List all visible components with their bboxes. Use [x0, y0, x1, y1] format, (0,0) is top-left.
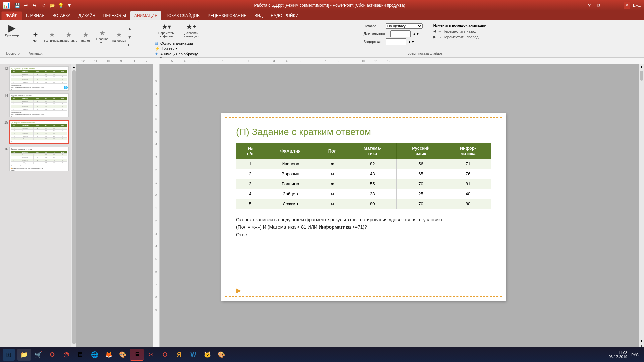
taskbar-firefox[interactable]: 🦊 [102, 349, 115, 361]
anim-fly-btn[interactable]: ★ Вылет [77, 30, 94, 43]
anim-float-btn[interactable]: ★ Плавное п... [94, 28, 110, 45]
anim-sample-row[interactable]: ★ Анимация по образцу [155, 52, 198, 56]
effect-options-btn[interactable]: ★▾ Параметры эффектов [155, 22, 178, 39]
taskbar-github[interactable]: 🐱 [201, 349, 214, 361]
anim-scroll-up[interactable]: ▲ [128, 26, 132, 31]
scroll-thumb[interactable] [72, 70, 76, 344]
play-btn[interactable]: ▶ [236, 286, 241, 294]
slide-canvas[interactable]: (П) Задание с кратким ответом №п/п Фамил… [221, 113, 506, 301]
cell-5-gender: м [317, 199, 348, 209]
taskbar-mail[interactable]: @ [60, 349, 73, 361]
canvas-scroll-thumb[interactable] [640, 71, 643, 81]
tab-addins[interactable]: НАДСТРОЙКИ [267, 11, 302, 20]
slide-img-13[interactable]: (П) Задание с кратким ответом №ФамилияПо… [9, 66, 69, 90]
taskbar-clock[interactable]: 11:08 03.12.2019 [609, 351, 627, 359]
slide-num-15: 15 [2, 120, 8, 124]
duration-row: Длительность: ▲▼ [364, 30, 423, 37]
taskbar-opera[interactable]: O [46, 349, 59, 361]
start-btn[interactable]: ⊞ [3, 349, 15, 361]
canvas-scrollbar[interactable]: ▲ ▼ ⋮ [639, 64, 644, 350]
start-select[interactable]: По щелчку [386, 23, 423, 29]
undo-quick-btn[interactable]: ↩ [22, 2, 30, 9]
restore-btn[interactable]: ⧉ [595, 2, 602, 9]
redo-quick-btn[interactable]: ↪ [31, 2, 38, 9]
open-quick-btn[interactable]: 📂 [48, 2, 56, 9]
delay-arrows[interactable]: ▲▼ [408, 40, 415, 44]
taskbar-paint2[interactable]: 🎨 [215, 349, 228, 361]
slide-panel-scrollbar[interactable]: ▲ ▼ [71, 64, 76, 350]
tab-home[interactable]: ГЛАВНАЯ [22, 11, 49, 20]
sign-in-btn[interactable]: Вход [633, 3, 641, 7]
tab-animation[interactable]: АНИМАЦИЯ [130, 11, 161, 20]
add-animation-btn[interactable]: ★+ Добавить анимацию [179, 22, 203, 39]
canvas-scroll-down[interactable]: ▼ [639, 338, 644, 343]
slide-img-14[interactable]: Задание с кратким ответом №ФамилияПолМат… [9, 93, 69, 117]
minimize-btn[interactable]: — [605, 2, 611, 9]
cell-1-math: 82 [348, 159, 396, 169]
slide-thumb-15[interactable]: 15 (П) Задание с кратким ответом №Фамили… [1, 119, 69, 145]
slide-thumb-16[interactable]: 16 Задание с кратким ответом №ФамилияПол… [1, 146, 69, 172]
slide-panel: 13 (П) Задание с кратким ответом №Фамили… [0, 64, 71, 350]
tab-view[interactable]: ВИД [250, 11, 267, 20]
tab-slideshow[interactable]: ПОКАЗ СЛАЙДОВ [161, 11, 204, 20]
canvas-area[interactable]: 9 8 7 6 5 4 3 2 1 0 1 2 3 4 5 6 7 8 9 (П [76, 64, 644, 350]
cell-1-num: 1 [236, 159, 264, 169]
scroll-up-btn[interactable]: ▲ [72, 65, 76, 69]
col-header-surname: Фамилия [264, 143, 317, 159]
close-btn[interactable]: ✕ [624, 2, 630, 9]
anim-more[interactable]: ▾ [128, 43, 132, 47]
taskbar-powerpoint[interactable]: 🖥 [130, 349, 144, 361]
anim-none-btn[interactable]: ✦ Нет [27, 30, 43, 43]
help-btn[interactable]: ? [586, 2, 593, 9]
tab-file[interactable]: ФАЙЛ [1, 11, 22, 20]
taskbar-paint[interactable]: 🎨 [116, 349, 129, 361]
save-quick-btn[interactable]: 💾 [13, 2, 21, 9]
delay-row: Задержка: ▲▼ [364, 38, 423, 45]
quick-access-toolbar: 📊 💾 ↩ ↪ 🖨 📂 💡 ▼ [3, 2, 73, 9]
slide-thumb-13[interactable]: 13 (П) Задание с кратким ответом №Фамили… [1, 66, 69, 91]
ribbon-section-animation: ✦ Нет ★ Возникнов... ★ Выцветание ★ Выле… [24, 21, 152, 56]
maximize-btn[interactable]: □ [614, 2, 621, 9]
ribbon-body: ▶ Просмотр Просмотр ✦ Нет ★ Возникнов...… [0, 20, 644, 58]
idea-quick-btn[interactable]: 💡 [57, 2, 64, 9]
taskbar-amazon[interactable]: 🛒 [32, 349, 45, 361]
slide-img-15[interactable]: (П) Задание с кратким ответом №ФамилияПо… [9, 120, 69, 144]
taskbar-calc[interactable]: 🖩 [74, 349, 87, 361]
area-animation-row[interactable]: ▦ Область анимации [155, 41, 198, 46]
title-bar: 📊 💾 ↩ ↪ 🖨 📂 💡 ▼ Работа с БД.ppt [Режим с… [0, 0, 644, 11]
taskbar-lang[interactable]: РУС [631, 353, 639, 357]
anim-pan-btn[interactable]: ★ Панорама [111, 30, 127, 43]
tab-review[interactable]: РЕЦЕНЗИРОВАНИЕ [204, 11, 250, 20]
duration-input[interactable] [390, 30, 411, 37]
cell-3-name: Роднина [264, 179, 317, 189]
taskbar-opera2[interactable]: O [158, 349, 172, 361]
taskbar-word[interactable]: W [186, 349, 200, 361]
preview-btn[interactable]: ▶ Просмотр [3, 22, 21, 39]
tab-insert[interactable]: ВСТАВКА [49, 11, 75, 20]
tab-transitions[interactable]: ПЕРЕХОДЫ [99, 11, 130, 20]
anim-fly-icon: ★ [83, 31, 89, 39]
move-fwd-btn[interactable]: ▶ → Переместить вперед [433, 35, 487, 39]
taskbar-mail2[interactable]: ✉ [144, 349, 158, 361]
anim-scroll-down[interactable]: ▼ [128, 35, 132, 40]
delay-input[interactable] [386, 38, 406, 45]
anim-appear-label: Возникнов... [43, 39, 60, 43]
taskbar-chrome[interactable]: 🌐 [88, 349, 101, 361]
print-quick-btn[interactable]: 🖨 [40, 2, 47, 9]
taskbar-yandex[interactable]: Я [172, 349, 186, 361]
more-quick-btn[interactable]: ▼ [66, 2, 73, 9]
canvas-scroll-up[interactable]: ▲ [639, 64, 644, 69]
move-back-btn[interactable]: ◀ ← Переместить назад [433, 29, 487, 33]
slide-title: (П) Задание с кратким ответом [236, 127, 491, 137]
anim-fade-btn[interactable]: ★ Выцветание [61, 30, 77, 43]
anim-appear-btn[interactable]: ★ Возникнов... [44, 30, 60, 43]
cell-4-cs: 40 [445, 189, 491, 199]
taskbar-explorer[interactable]: 📁 [17, 349, 31, 361]
tab-design[interactable]: ДИЗАЙН [75, 11, 99, 20]
trigger-row[interactable]: ⚡ Триггер ▾ [155, 46, 198, 51]
slide-img-16[interactable]: Задание с кратким ответом №ФамилияПолМат… [9, 147, 69, 171]
duration-arrows[interactable]: ▲▼ [413, 32, 419, 36]
slide-thumb-14[interactable]: 14 Задание с кратким ответом №ФамилияПол… [1, 93, 69, 118]
trigger-icon: ⚡ [155, 46, 160, 51]
move-fwd-label: → Переместить вперед [438, 35, 479, 39]
